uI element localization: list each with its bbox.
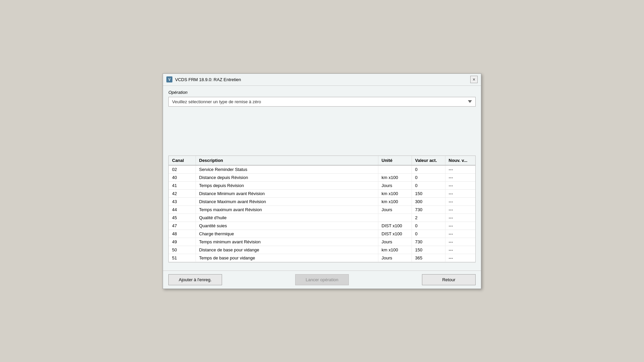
cell-unite: km x100 (378, 173, 412, 181)
cell-unite: Jours (378, 205, 412, 214)
table-row[interactable]: 51Temps de base pour vidangeJours365--- (169, 254, 475, 262)
table-row[interactable]: 02Service Reminder Status0--- (169, 165, 475, 174)
cell-canal: 44 (169, 205, 196, 214)
cell-unite (378, 214, 412, 222)
operation-dropdown[interactable]: Veuillez sélectionner un type de remise … (168, 97, 476, 107)
cell-unite: km x100 (378, 189, 412, 197)
table-row[interactable]: 42Distance Minimum avant Révisionkm x100… (169, 189, 475, 197)
cell-nouv_v: --- (445, 238, 475, 246)
operation-label: Opération (168, 90, 476, 95)
cell-canal: 02 (169, 165, 196, 174)
cell-description: Distance Minimum avant Révision (196, 189, 378, 197)
table-row[interactable]: 48Charge thermiqueDIST x1000--- (169, 230, 475, 238)
cell-canal: 51 (169, 254, 196, 262)
cell-description: Temps depuis Révision (196, 181, 378, 189)
spacer-area (168, 112, 476, 156)
table-scroll[interactable]: Canal Description Unité Valeur act. Nouv… (169, 156, 475, 262)
footer-buttons: Ajouter à l'enreg. Lancer opération Reto… (163, 270, 481, 289)
cell-description: Temps de base pour vidange (196, 254, 378, 262)
data-table: Canal Description Unité Valeur act. Nouv… (169, 156, 475, 262)
close-button[interactable]: × (470, 76, 478, 83)
cell-valeur_act: 2 (412, 214, 445, 222)
cell-canal: 48 (169, 230, 196, 238)
cell-description: Temps minimum avant Révision (196, 238, 378, 246)
launch-operation-button[interactable]: Lancer opération (295, 274, 349, 285)
cell-unite: Jours (378, 181, 412, 189)
cell-valeur_act: 0 (412, 230, 445, 238)
cell-valeur_act: 0 (412, 222, 445, 230)
table-row[interactable]: 47Quantité suiesDIST x1000--- (169, 222, 475, 230)
cell-canal: 41 (169, 181, 196, 189)
cell-canal: 40 (169, 173, 196, 181)
cell-canal: 43 (169, 197, 196, 205)
cell-description: Service Reminder Status (196, 165, 378, 174)
cell-description: Distance de base pour vidange (196, 246, 378, 254)
data-table-container: Canal Description Unité Valeur act. Nouv… (168, 156, 476, 262)
cell-nouv_v: --- (445, 189, 475, 197)
cell-description: Distance depuis Révision (196, 173, 378, 181)
cell-nouv_v: --- (445, 205, 475, 214)
cell-valeur_act: 0 (412, 165, 445, 174)
table-body: 02Service Reminder Status0---40Distance … (169, 165, 475, 262)
app-icon: V (166, 76, 172, 82)
window-title: VCDS FRM 18.9.0: RAZ Entretien (175, 77, 241, 82)
col-header-unite: Unité (378, 156, 412, 165)
cell-nouv_v: --- (445, 173, 475, 181)
cell-unite (378, 165, 412, 174)
cell-nouv_v: --- (445, 230, 475, 238)
title-bar: V VCDS FRM 18.9.0: RAZ Entretien × (163, 74, 481, 86)
cell-valeur_act: 730 (412, 205, 445, 214)
cell-description: Temps maximum avant Révision (196, 205, 378, 214)
cell-unite: km x100 (378, 246, 412, 254)
col-header-description: Description (196, 156, 378, 165)
cell-nouv_v: --- (445, 197, 475, 205)
table-row[interactable]: 43Distance Maximum avant Révisionkm x100… (169, 197, 475, 205)
table-row[interactable]: 44Temps maximum avant RévisionJours730--… (169, 205, 475, 214)
cell-valeur_act: 0 (412, 173, 445, 181)
cell-description: Charge thermique (196, 230, 378, 238)
table-row[interactable]: 41Temps depuis RévisionJours0--- (169, 181, 475, 189)
cell-canal: 42 (169, 189, 196, 197)
back-button[interactable]: Retour (422, 274, 476, 285)
cell-nouv_v: --- (445, 254, 475, 262)
cell-canal: 47 (169, 222, 196, 230)
cell-unite: Jours (378, 254, 412, 262)
cell-unite: Jours (378, 238, 412, 246)
cell-unite: DIST x100 (378, 230, 412, 238)
table-row[interactable]: 50Distance de base pour vidangekm x10015… (169, 246, 475, 254)
cell-canal: 45 (169, 214, 196, 222)
cell-description: Distance Maximum avant Révision (196, 197, 378, 205)
cell-nouv_v: --- (445, 246, 475, 254)
cell-valeur_act: 300 (412, 197, 445, 205)
col-header-canal: Canal (169, 156, 196, 165)
cell-nouv_v: --- (445, 165, 475, 174)
cell-valeur_act: 150 (412, 246, 445, 254)
cell-valeur_act: 730 (412, 238, 445, 246)
cell-nouv_v: --- (445, 222, 475, 230)
dropdown-wrapper: Veuillez sélectionner un type de remise … (168, 97, 476, 107)
col-header-valeur: Valeur act. (412, 156, 445, 165)
title-bar-left: V VCDS FRM 18.9.0: RAZ Entretien (166, 76, 241, 82)
table-row[interactable]: 45Qualité d'huile2--- (169, 214, 475, 222)
operation-section: Opération Veuillez sélectionner un type … (168, 90, 476, 107)
col-header-nouv: Nouv. v... (445, 156, 475, 165)
cell-valeur_act: 150 (412, 189, 445, 197)
main-window: V VCDS FRM 18.9.0: RAZ Entretien × Opéra… (163, 73, 481, 289)
cell-description: Quantité suies (196, 222, 378, 230)
cell-unite: DIST x100 (378, 222, 412, 230)
cell-canal: 49 (169, 238, 196, 246)
table-row[interactable]: 49Temps minimum avant RévisionJours730--… (169, 238, 475, 246)
window-body: Opération Veuillez sélectionner un type … (163, 86, 481, 270)
cell-nouv_v: --- (445, 214, 475, 222)
cell-valeur_act: 365 (412, 254, 445, 262)
table-header-row: Canal Description Unité Valeur act. Nouv… (169, 156, 475, 165)
cell-nouv_v: --- (445, 181, 475, 189)
cell-unite: km x100 (378, 197, 412, 205)
table-row[interactable]: 40Distance depuis Révisionkm x1000--- (169, 173, 475, 181)
cell-valeur_act: 0 (412, 181, 445, 189)
cell-canal: 50 (169, 246, 196, 254)
add-to-record-button[interactable]: Ajouter à l'enreg. (168, 274, 222, 285)
cell-description: Qualité d'huile (196, 214, 378, 222)
